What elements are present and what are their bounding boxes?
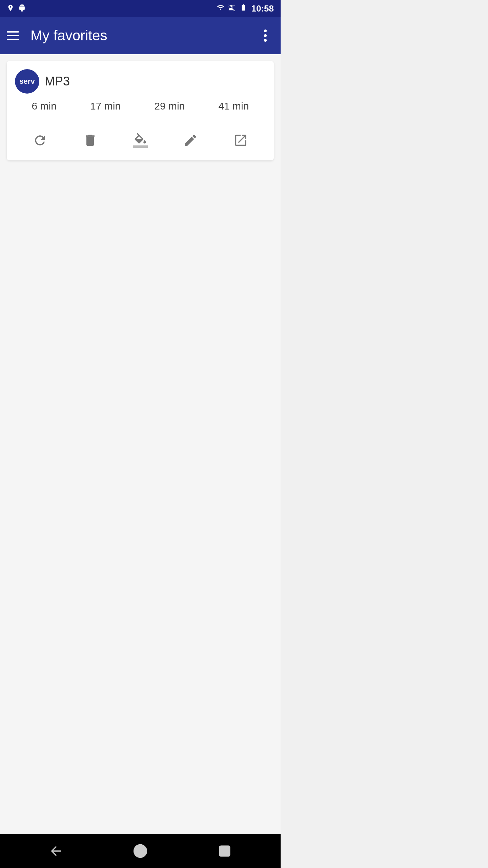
time-label-17: 17 min bbox=[90, 100, 121, 112]
fill-icon bbox=[133, 133, 148, 148]
app-bar: My favorites bbox=[0, 17, 281, 54]
status-bar: 10:58 bbox=[0, 0, 281, 17]
svg-rect-1 bbox=[220, 846, 230, 856]
bottom-nav bbox=[0, 834, 281, 868]
fill-button[interactable] bbox=[128, 129, 152, 152]
home-button[interactable] bbox=[127, 837, 154, 865]
time-display: 10:58 bbox=[251, 3, 274, 14]
battery-icon bbox=[239, 4, 248, 13]
home-icon bbox=[133, 844, 148, 859]
card-title: MP3 bbox=[45, 74, 70, 88]
page-title: My favorites bbox=[30, 27, 257, 44]
recents-icon bbox=[217, 844, 232, 859]
empty-space bbox=[0, 504, 281, 834]
network-icon bbox=[228, 4, 235, 13]
location-icon bbox=[7, 4, 14, 13]
status-bar-left bbox=[7, 4, 26, 13]
more-vertical-icon[interactable] bbox=[257, 29, 274, 42]
time-labels: 6 min 17 min 29 min 41 min bbox=[15, 100, 266, 119]
card-header: serv MP3 bbox=[15, 69, 266, 94]
recents-button[interactable] bbox=[211, 837, 238, 865]
back-button[interactable] bbox=[42, 837, 69, 865]
time-label-6: 6 min bbox=[32, 100, 57, 112]
menu-icon[interactable] bbox=[7, 31, 24, 40]
refresh-button[interactable] bbox=[28, 129, 52, 152]
favorites-card: serv MP3 6 min 17 min 29 min 41 min bbox=[7, 61, 274, 160]
avatar: serv bbox=[15, 69, 39, 94]
signal-icon bbox=[217, 4, 224, 13]
main-content: serv MP3 6 min 17 min 29 min 41 min bbox=[0, 54, 281, 504]
android-icon bbox=[18, 4, 26, 13]
edit-icon bbox=[183, 133, 198, 148]
delete-icon bbox=[83, 133, 98, 148]
edit-button[interactable] bbox=[179, 129, 202, 152]
delete-button[interactable] bbox=[78, 129, 102, 152]
time-label-29: 29 min bbox=[154, 100, 185, 112]
action-row bbox=[15, 126, 266, 152]
open-external-icon bbox=[233, 133, 248, 148]
back-icon bbox=[48, 844, 63, 859]
time-label-41: 41 min bbox=[218, 100, 249, 112]
open-external-button[interactable] bbox=[229, 129, 252, 152]
refresh-icon bbox=[33, 133, 47, 148]
status-bar-right: 10:58 bbox=[217, 3, 274, 14]
svg-point-0 bbox=[134, 845, 147, 857]
